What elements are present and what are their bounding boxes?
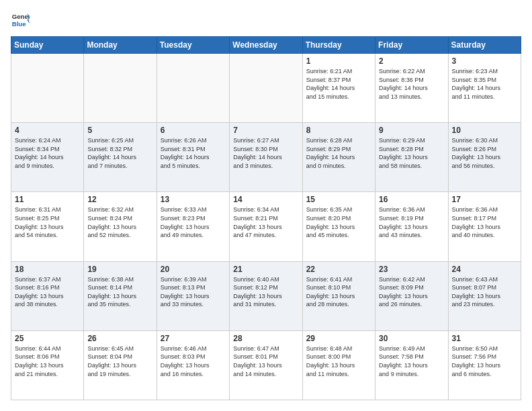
day-info: Sunrise: 6:21 AM Sunset: 8:37 PM Dayligh… — [306, 67, 371, 101]
day-info: Sunrise: 6:46 AM Sunset: 8:03 PM Dayligh… — [161, 345, 226, 378]
day-number: 7 — [233, 126, 298, 135]
day-number: 3 — [452, 56, 517, 66]
day-info: Sunrise: 6:33 AM Sunset: 8:23 PM Dayligh… — [161, 205, 226, 239]
day-number: 10 — [452, 126, 517, 135]
week-row-5: 25Sunrise: 6:44 AM Sunset: 8:06 PM Dayli… — [11, 330, 521, 400]
day-info: Sunrise: 6:26 AM Sunset: 8:31 PM Dayligh… — [161, 136, 226, 170]
calendar-cell: 12Sunrise: 6:32 AM Sunset: 8:24 PM Dayli… — [84, 192, 157, 261]
day-info: Sunrise: 6:27 AM Sunset: 8:30 PM Dayligh… — [233, 136, 298, 170]
day-info: Sunrise: 6:34 AM Sunset: 8:21 PM Dayligh… — [233, 205, 298, 239]
logo: General Blue — [11, 11, 32, 30]
calendar-cell: 15Sunrise: 6:35 AM Sunset: 8:20 PM Dayli… — [302, 192, 375, 261]
calendar-cell: 21Sunrise: 6:40 AM Sunset: 8:12 PM Dayli… — [230, 261, 302, 330]
day-info: Sunrise: 6:43 AM Sunset: 8:07 PM Dayligh… — [452, 275, 517, 309]
day-info: Sunrise: 6:22 AM Sunset: 8:36 PM Dayligh… — [379, 67, 444, 101]
day-info: Sunrise: 6:24 AM Sunset: 8:34 PM Dayligh… — [15, 136, 80, 170]
day-number: 29 — [306, 334, 371, 343]
day-number: 23 — [379, 265, 444, 274]
day-number: 8 — [306, 126, 371, 135]
day-number: 15 — [306, 195, 371, 204]
calendar-cell: 14Sunrise: 6:34 AM Sunset: 8:21 PM Dayli… — [230, 192, 302, 261]
col-header-friday: Friday — [375, 37, 448, 54]
svg-text:General: General — [12, 13, 30, 20]
day-number: 4 — [15, 126, 80, 135]
calendar-cell: 17Sunrise: 6:36 AM Sunset: 8:17 PM Dayli… — [448, 192, 521, 261]
day-number: 30 — [379, 334, 444, 343]
calendar-cell: 29Sunrise: 6:48 AM Sunset: 8:00 PM Dayli… — [302, 330, 375, 400]
col-header-sunday: Sunday — [11, 37, 84, 54]
day-number: 9 — [379, 126, 444, 135]
calendar-cell: 9Sunrise: 6:29 AM Sunset: 8:28 PM Daylig… — [375, 123, 448, 192]
calendar-cell: 20Sunrise: 6:39 AM Sunset: 8:13 PM Dayli… — [157, 261, 229, 330]
calendar-cell — [230, 54, 302, 123]
day-number: 21 — [233, 265, 298, 274]
day-number: 28 — [233, 334, 298, 343]
col-header-saturday: Saturday — [448, 37, 521, 54]
calendar-cell: 23Sunrise: 6:42 AM Sunset: 8:09 PM Dayli… — [375, 261, 448, 330]
calendar-cell: 30Sunrise: 6:49 AM Sunset: 7:58 PM Dayli… — [375, 330, 448, 400]
day-number: 20 — [161, 265, 226, 274]
day-number: 17 — [452, 195, 517, 204]
day-number: 24 — [452, 265, 517, 274]
week-row-2: 4Sunrise: 6:24 AM Sunset: 8:34 PM Daylig… — [11, 123, 521, 192]
day-number: 5 — [87, 126, 152, 135]
day-info: Sunrise: 6:25 AM Sunset: 8:32 PM Dayligh… — [87, 136, 152, 170]
day-info: Sunrise: 6:49 AM Sunset: 7:58 PM Dayligh… — [379, 345, 444, 378]
day-number: 31 — [452, 334, 517, 343]
day-number: 18 — [15, 265, 80, 274]
day-info: Sunrise: 6:45 AM Sunset: 8:04 PM Dayligh… — [87, 345, 152, 378]
day-info: Sunrise: 6:37 AM Sunset: 8:16 PM Dayligh… — [15, 275, 80, 309]
page: General Blue SundayMondayTuesdayWednesda… — [0, 0, 532, 411]
col-header-wednesday: Wednesday — [230, 37, 302, 54]
header-row: SundayMondayTuesdayWednesdayThursdayFrid… — [11, 37, 521, 54]
day-number: 14 — [233, 195, 298, 204]
day-info: Sunrise: 6:23 AM Sunset: 8:35 PM Dayligh… — [452, 67, 517, 101]
day-number: 11 — [15, 195, 80, 204]
day-info: Sunrise: 6:39 AM Sunset: 8:13 PM Dayligh… — [161, 275, 226, 309]
day-number: 26 — [87, 334, 152, 343]
calendar-cell: 8Sunrise: 6:28 AM Sunset: 8:29 PM Daylig… — [302, 123, 375, 192]
day-number: 19 — [87, 265, 152, 274]
calendar-cell — [157, 54, 229, 123]
day-info: Sunrise: 6:36 AM Sunset: 8:19 PM Dayligh… — [379, 205, 444, 239]
day-info: Sunrise: 6:29 AM Sunset: 8:28 PM Dayligh… — [379, 136, 444, 170]
day-number: 12 — [87, 195, 152, 204]
day-number: 2 — [379, 56, 444, 66]
calendar-cell: 3Sunrise: 6:23 AM Sunset: 8:35 PM Daylig… — [448, 54, 521, 123]
day-info: Sunrise: 6:28 AM Sunset: 8:29 PM Dayligh… — [306, 136, 371, 170]
week-row-4: 18Sunrise: 6:37 AM Sunset: 8:16 PM Dayli… — [11, 261, 521, 330]
day-info: Sunrise: 6:48 AM Sunset: 8:00 PM Dayligh… — [306, 345, 371, 378]
calendar-cell: 4Sunrise: 6:24 AM Sunset: 8:34 PM Daylig… — [11, 123, 84, 192]
calendar-cell: 5Sunrise: 6:25 AM Sunset: 8:32 PM Daylig… — [84, 123, 157, 192]
week-row-3: 11Sunrise: 6:31 AM Sunset: 8:25 PM Dayli… — [11, 192, 521, 261]
day-info: Sunrise: 6:36 AM Sunset: 8:17 PM Dayligh… — [452, 205, 517, 239]
calendar-cell: 10Sunrise: 6:30 AM Sunset: 8:26 PM Dayli… — [448, 123, 521, 192]
day-info: Sunrise: 6:50 AM Sunset: 7:56 PM Dayligh… — [452, 345, 517, 378]
calendar-cell: 2Sunrise: 6:22 AM Sunset: 8:36 PM Daylig… — [375, 54, 448, 123]
day-number: 16 — [379, 195, 444, 204]
day-info: Sunrise: 6:32 AM Sunset: 8:24 PM Dayligh… — [87, 205, 152, 239]
day-number: 27 — [161, 334, 226, 343]
calendar-cell: 25Sunrise: 6:44 AM Sunset: 8:06 PM Dayli… — [11, 330, 84, 400]
day-number: 25 — [15, 334, 80, 343]
svg-text:Blue: Blue — [12, 20, 26, 28]
day-info: Sunrise: 6:30 AM Sunset: 8:26 PM Dayligh… — [452, 136, 517, 170]
calendar-cell — [84, 54, 157, 123]
day-number: 6 — [161, 126, 226, 135]
day-info: Sunrise: 6:41 AM Sunset: 8:10 PM Dayligh… — [306, 275, 371, 309]
day-info: Sunrise: 6:44 AM Sunset: 8:06 PM Dayligh… — [15, 345, 80, 378]
calendar-cell — [11, 54, 84, 123]
day-info: Sunrise: 6:38 AM Sunset: 8:14 PM Dayligh… — [87, 275, 152, 309]
day-info: Sunrise: 6:31 AM Sunset: 8:25 PM Dayligh… — [15, 205, 80, 239]
day-info: Sunrise: 6:35 AM Sunset: 8:20 PM Dayligh… — [306, 205, 371, 239]
day-number: 13 — [161, 195, 226, 204]
calendar-cell: 26Sunrise: 6:45 AM Sunset: 8:04 PM Dayli… — [84, 330, 157, 400]
calendar-cell: 28Sunrise: 6:47 AM Sunset: 8:01 PM Dayli… — [230, 330, 302, 400]
col-header-monday: Monday — [84, 37, 157, 54]
calendar-cell: 6Sunrise: 6:26 AM Sunset: 8:31 PM Daylig… — [157, 123, 229, 192]
header: General Blue — [11, 11, 521, 30]
calendar-cell: 31Sunrise: 6:50 AM Sunset: 7:56 PM Dayli… — [448, 330, 521, 400]
day-info: Sunrise: 6:42 AM Sunset: 8:09 PM Dayligh… — [379, 275, 444, 309]
calendar-cell: 19Sunrise: 6:38 AM Sunset: 8:14 PM Dayli… — [84, 261, 157, 330]
calendar-cell: 1Sunrise: 6:21 AM Sunset: 8:37 PM Daylig… — [302, 54, 375, 123]
